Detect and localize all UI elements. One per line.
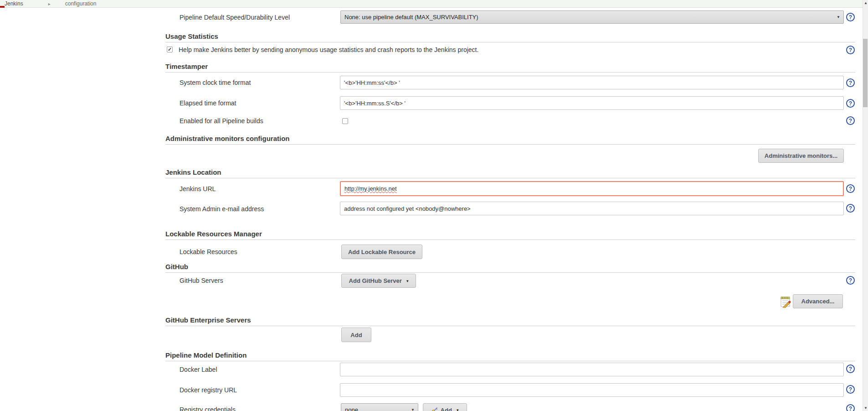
section-rule (165, 144, 855, 145)
github-advanced-button[interactable]: Advanced... (793, 294, 843, 308)
registry-credentials-select-value: none (345, 406, 411, 411)
pipeline-builds-help-icon[interactable]: ? (846, 116, 855, 125)
section-rule (165, 72, 855, 73)
docker-label-input[interactable] (340, 363, 844, 376)
system-clock-format-label: System clock time format (180, 79, 251, 86)
chevron-down-icon: ▼ (411, 408, 415, 411)
admin-email-value: address not configured yet <nobody@nowhe… (344, 205, 471, 212)
docker-registry-url-help-icon[interactable]: ? (846, 385, 855, 394)
elapsed-time-format-value: '<b>'HH:mm:ss.S'</b> ' (344, 100, 406, 107)
breadcrumb-configuration-link[interactable]: configuration (65, 0, 97, 7)
checkmark-icon: ✓ (168, 47, 172, 52)
add-lockable-resource-button[interactable]: Add Lockable Resource (341, 245, 422, 259)
notepad-edit-icon[interactable] (780, 295, 791, 308)
section-rule (165, 361, 855, 361)
add-github-server-button[interactable]: Add GitHub Server ▾ (341, 274, 416, 288)
section-rule (165, 42, 855, 42)
system-clock-format-input[interactable]: '<b>'HH:mm:ss'</b> ' (340, 76, 844, 89)
usage-statistics-checkbox-label: Help make Jenkins better by sending anon… (179, 46, 478, 53)
github-header: GitHub (165, 263, 188, 271)
credentials-add-button[interactable]: Add ▾ (423, 403, 467, 411)
github-enterprise-add-button[interactable]: Add (341, 328, 371, 342)
system-clock-format-value: '<b>'HH:mm:ss'</b> ' (344, 79, 400, 86)
lockable-resources-label: Lockable Resources (180, 248, 237, 255)
jenkins-url-help-icon[interactable]: ? (846, 184, 855, 193)
registry-credentials-label: Registry credentials (180, 406, 236, 411)
add-github-server-button-label: Add GitHub Server (349, 277, 402, 284)
credentials-add-button-label: Add (441, 407, 452, 411)
scroll-up-icon[interactable]: ▲ (863, 1, 868, 5)
github-servers-label: GitHub Servers (180, 277, 223, 284)
usage-statistics-header: Usage Statistics (165, 32, 218, 40)
durability-select[interactable]: None: use pipeline default (MAX_SURVIVAB… (340, 10, 844, 24)
admin-email-help-icon[interactable]: ? (846, 204, 855, 213)
usage-statistics-checkbox[interactable]: ✓ (167, 47, 173, 52)
durability-select-value: None: use pipeline default (MAX_SURVIVAB… (344, 14, 837, 21)
section-rule (165, 239, 855, 240)
elapsed-time-format-input[interactable]: '<b>'HH:mm:ss.S'</b> ' (340, 96, 844, 110)
timestamper-header: Timestamper (165, 62, 208, 70)
section-rule (165, 272, 855, 273)
red-notch (0, 6, 5, 8)
chevron-down-icon: ▾ (406, 279, 409, 283)
pipeline-builds-checkbox[interactable] (342, 118, 348, 124)
admin-email-label: System Admin e-mail address (180, 205, 264, 213)
docker-registry-url-input[interactable] (340, 383, 844, 397)
jenkins-location-header: Jenkins Location (165, 168, 221, 176)
registry-credentials-help-icon[interactable]: ? (846, 404, 855, 411)
admin-monitors-header: Administrative monitors configuration (165, 135, 290, 142)
elapsed-time-format-label: Elapsed time format (180, 99, 236, 107)
administrative-monitors-button[interactable]: Administrative monitors... (758, 149, 844, 163)
docker-label-help-icon[interactable]: ? (846, 364, 855, 373)
pipeline-builds-label: Enabled for all Pipeline builds (180, 117, 263, 125)
jenkins-url-input[interactable]: http://my.jenkins.net (340, 181, 844, 196)
section-rule (165, 326, 855, 326)
add-lockable-resource-button-label: Add Lockable Resource (348, 249, 416, 255)
github-servers-help-icon[interactable]: ? (846, 276, 855, 285)
registry-credentials-select[interactable]: none ▼ (341, 403, 418, 411)
github-enterprise-add-button-label: Add (350, 332, 362, 338)
github-advanced-button-label: Advanced... (801, 298, 835, 305)
jenkins-url-value: http://my.jenkins.net (344, 185, 397, 192)
key-icon (431, 407, 438, 411)
jenkins-url-label: Jenkins URL (180, 185, 216, 192)
breadcrumb-jenkins-link[interactable]: Jenkins (5, 0, 23, 7)
elapsed-time-format-help-icon[interactable]: ? (846, 99, 855, 108)
pipeline-model-header: Pipeline Model Definition (165, 351, 247, 359)
usage-statistics-help-icon[interactable]: ? (846, 46, 855, 54)
github-enterprise-header: GitHub Enterprise Servers (165, 316, 251, 324)
lockable-resources-header: Lockable Resources Manager (165, 230, 262, 238)
durability-help-icon[interactable]: ? (846, 13, 855, 21)
scrollbar-thumb[interactable] (863, 39, 868, 107)
durability-label: Pipeline Default Speed/Durability Level (180, 14, 290, 21)
docker-label-label: Docker Label (180, 366, 217, 373)
breadcrumb-arrow-icon: ▸ (48, 1, 51, 6)
admin-email-input[interactable]: address not configured yet <nobody@nowhe… (340, 202, 844, 215)
system-clock-format-help-icon[interactable]: ? (846, 78, 855, 87)
breadcrumb: Jenkins ▸ configuration (0, 0, 863, 8)
jenkins-configuration-page: Jenkins ▸ configuration Pipeline Default… (0, 0, 868, 411)
chevron-down-icon: ▼ (837, 15, 840, 19)
section-rule (165, 178, 855, 178)
scroll-down-icon[interactable]: ▼ (863, 406, 868, 410)
administrative-monitors-button-label: Administrative monitors... (765, 152, 837, 159)
chevron-down-icon: ▾ (457, 408, 459, 411)
docker-registry-url-label: Docker registry URL (180, 386, 237, 394)
